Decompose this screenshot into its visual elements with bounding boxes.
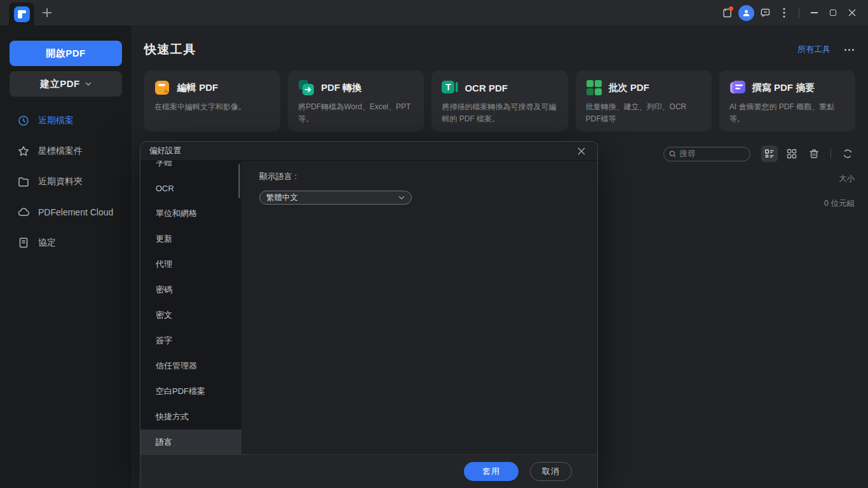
create-pdf-button[interactable]: 建立PDF (10, 71, 122, 97)
page-title: 快速工具 (144, 41, 196, 58)
card-description: 在檔案中編輯文字和影像。 (154, 101, 270, 113)
pref-menu-item-font[interactable]: 字體 (140, 161, 241, 175)
preferences-content: 顯示語言 : 繁體中文 (241, 161, 597, 454)
maximize-button[interactable] (824, 3, 843, 22)
account-button[interactable] (736, 3, 756, 22)
total-size-value: 0 位元組 (824, 198, 855, 209)
sidebar: 開啟PDF 建立PDF 近期檔案 星標檔案件 近期資料夾 (0, 25, 132, 488)
kebab-menu-button[interactable] (775, 3, 794, 22)
refresh-icon (843, 149, 853, 159)
whats-new-button[interactable] (717, 3, 736, 22)
pref-menu-item-units-grid[interactable]: 單位和網格 (140, 201, 241, 226)
card-description: AI 會摘要您的 PDF 概觀、重點等。 (729, 101, 845, 125)
card-ocr-pdf[interactable]: T OCR PDF 將掃描的檔案轉換為可搜尋及可編輯的 PDF 檔案。 (431, 71, 567, 132)
pdfelement-logo (14, 6, 30, 22)
sidebar-item-pdfelement-cloud[interactable]: PDFelement Cloud (10, 197, 122, 227)
folder-icon (18, 176, 29, 187)
chevron-down-icon (398, 196, 405, 200)
titlebar (0, 0, 868, 25)
refresh-button[interactable] (839, 146, 856, 162)
pref-menu-item-language[interactable]: 語言 (140, 430, 241, 454)
card-title: 撰寫 PDF 摘要 (752, 82, 815, 94)
kebab-menu-icon (783, 8, 785, 18)
cloud-icon (18, 207, 29, 218)
pref-menu-item-trust-manager[interactable]: 信任管理器 (140, 353, 241, 379)
minimize-button[interactable] (804, 3, 824, 22)
feedback-button[interactable] (756, 3, 775, 22)
sidebar-item-starred-files[interactable]: 星標檔案件 (10, 136, 122, 166)
pref-menu-item-update[interactable]: 更新 (140, 226, 241, 252)
pref-menu-item-blank-pdf[interactable]: 空白PDF檔案 (140, 379, 241, 404)
list-view-button[interactable] (761, 146, 778, 162)
close-button[interactable] (843, 3, 862, 22)
sidebar-item-agreement[interactable]: 協定 (10, 227, 122, 258)
menu-scrollbar-thumb[interactable] (238, 164, 240, 198)
ocr-letter: T (442, 80, 454, 94)
card-edit-pdf[interactable]: 編輯 PDF 在檔案中編輯文字和影像。 (144, 71, 280, 132)
new-tab-button[interactable] (41, 6, 53, 19)
card-title: OCR PDF (465, 83, 508, 93)
app-window: 開啟PDF 建立PDF 近期檔案 星標檔案件 近期資料夾 (0, 0, 868, 488)
edit-pdf-icon (154, 79, 171, 96)
trash-icon (809, 149, 819, 159)
pref-menu-item-password[interactable]: 密碼 (140, 277, 241, 302)
ai-summary-icon (729, 79, 746, 96)
language-select-value: 繁體中文 (266, 193, 398, 203)
batch-pdf-icon (586, 79, 602, 96)
dialog-title: 偏好設置 (149, 146, 181, 156)
close-icon (578, 147, 585, 155)
clear-list-button[interactable] (806, 146, 822, 162)
language-select[interactable]: 繁體中文 (259, 191, 412, 205)
search-box[interactable] (663, 147, 750, 161)
toolbar-divider (831, 149, 831, 159)
minimize-icon (811, 12, 818, 13)
sidebar-item-recent-folders[interactable]: 近期資料夾 (10, 166, 122, 197)
pref-menu-item-redaction[interactable]: 密文 (140, 302, 241, 328)
display-language-label: 顯示語言 : (259, 171, 580, 182)
dialog-titlebar: 偏好設置 (140, 142, 597, 161)
card-title: PDF 轉換 (321, 82, 362, 94)
grid-view-button[interactable] (783, 146, 800, 162)
sidebar-item-label: 協定 (38, 237, 56, 248)
sidebar-item-label: 星標檔案件 (38, 146, 83, 157)
search-icon (669, 150, 676, 158)
card-description: 將PDF轉檔為Word、Excel、PPT等。 (298, 101, 414, 125)
preferences-dialog: 偏好設置 字體 OCR 單位和網格 更新 代理 密碼 密文 簽字 信任管理器 空… (140, 141, 598, 488)
card-title: 批次 PDF (609, 82, 649, 94)
apply-button[interactable]: 套用 (464, 462, 519, 481)
sidebar-item-recent-files[interactable]: 近期檔案 (10, 105, 122, 136)
list-view-icon (764, 149, 775, 159)
file-toolbar (663, 146, 856, 162)
quick-tools-cards: 編輯 PDF 在檔案中編輯文字和影像。 PDF 轉換 將PDF轉檔為Word、E… (144, 71, 855, 132)
create-pdf-label: 建立PDF (40, 78, 80, 90)
feedback-icon (760, 8, 771, 18)
card-ai-summary[interactable]: 撰寫 PDF 摘要 AI 會摘要您的 PDF 概觀、重點等。 (719, 71, 855, 132)
pref-menu-item-signature[interactable]: 簽字 (140, 328, 241, 353)
pref-menu-item-proxy[interactable]: 代理 (140, 252, 241, 277)
pref-menu-item-shortcuts[interactable]: 快捷方式 (140, 404, 241, 430)
more-tools-icon[interactable] (843, 46, 855, 53)
card-batch-pdf[interactable]: 批次 PDF 批量轉換、建立、列印、OCR PDF檔等 (576, 71, 712, 132)
document-icon (18, 237, 29, 248)
dialog-close-button[interactable] (574, 144, 588, 158)
home-tab[interactable] (9, 3, 34, 25)
size-column-label[interactable]: 大小 (839, 173, 855, 184)
cancel-button[interactable]: 取消 (530, 462, 572, 481)
ocr-pdf-icon: T (442, 79, 458, 96)
pref-menu-item-ocr[interactable]: OCR (140, 175, 241, 201)
sidebar-nav: 近期檔案 星標檔案件 近期資料夾 PDFelement Cloud 協定 (10, 105, 122, 258)
clock-icon (18, 115, 29, 126)
chevron-down-icon (85, 82, 92, 86)
card-title: 編輯 PDF (177, 82, 218, 94)
card-pdf-convert[interactable]: PDF 轉換 將PDF轉檔為Word、Excel、PPT等。 (288, 71, 424, 132)
titlebar-divider (799, 8, 799, 18)
open-pdf-button[interactable]: 開啟PDF (10, 41, 122, 66)
sidebar-item-label: 近期檔案 (38, 115, 74, 126)
search-input[interactable] (679, 149, 745, 158)
star-icon (18, 146, 29, 157)
all-tools-link[interactable]: 所有工具 (797, 44, 831, 55)
account-icon (738, 5, 754, 21)
preferences-menu: 字體 OCR 單位和網格 更新 代理 密碼 密文 簽字 信任管理器 空白PDF檔… (140, 161, 241, 454)
grid-view-icon (787, 149, 797, 159)
convert-pdf-icon (298, 79, 315, 96)
